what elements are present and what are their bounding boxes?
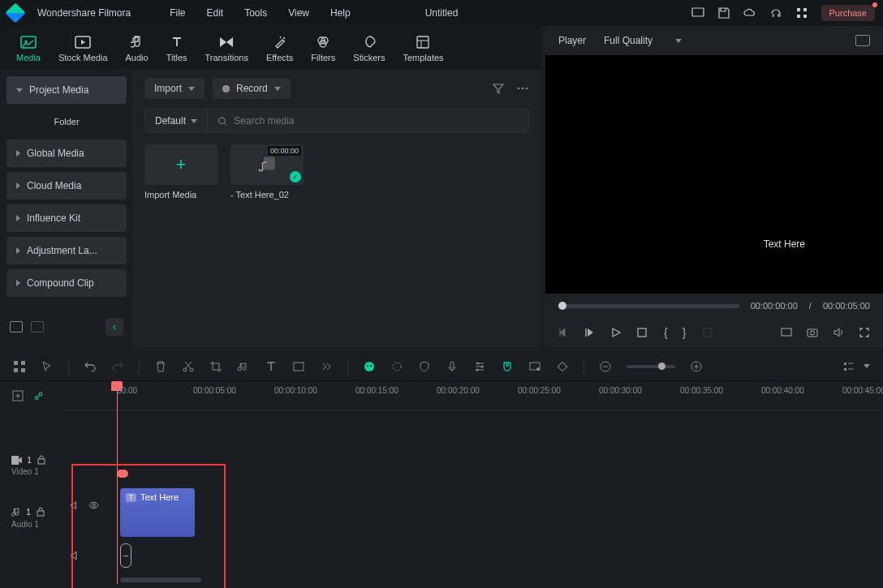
mark-in-icon[interactable]: { bbox=[664, 326, 668, 339]
search-row: Default bbox=[144, 109, 529, 133]
tab-transitions[interactable]: Transitions bbox=[202, 32, 252, 65]
ruler-mark: 00:00:40:00 bbox=[761, 386, 804, 395]
sidebar-influence-kit[interactable]: Influence Kit bbox=[6, 204, 127, 232]
camera-icon[interactable] bbox=[807, 327, 818, 338]
rect-tool-icon[interactable] bbox=[292, 360, 305, 373]
menu-edit[interactable]: Edit bbox=[207, 7, 224, 19]
headphones-icon[interactable] bbox=[769, 6, 782, 19]
svg-point-40 bbox=[476, 368, 479, 371]
display-icon[interactable] bbox=[691, 6, 704, 19]
tab-stickers[interactable]: Stickers bbox=[350, 32, 388, 65]
undo-icon[interactable] bbox=[84, 360, 97, 373]
shield-icon[interactable] bbox=[418, 360, 431, 373]
sidebar-global-media[interactable]: Global Media bbox=[6, 139, 127, 167]
svg-point-38 bbox=[477, 362, 480, 364]
sidebar-project-media[interactable]: Project Media bbox=[6, 76, 127, 104]
tracks-area[interactable]: TText Here bbox=[65, 410, 883, 573]
tab-audio[interactable]: Audio bbox=[123, 32, 152, 65]
more-icon[interactable] bbox=[516, 82, 529, 95]
folder-icon[interactable] bbox=[31, 321, 44, 333]
grid-icon[interactable] bbox=[13, 360, 26, 373]
crop-icon[interactable] bbox=[702, 327, 713, 338]
save-icon[interactable] bbox=[717, 6, 730, 19]
svg-rect-29 bbox=[21, 368, 25, 372]
cursor-icon[interactable] bbox=[41, 360, 54, 373]
volume-icon[interactable] bbox=[833, 327, 844, 338]
import-media-button[interactable]: + Import Media bbox=[144, 144, 218, 200]
sidebar-compound-clip[interactable]: Compound Clip bbox=[6, 269, 127, 297]
svg-point-35 bbox=[370, 365, 372, 367]
tab-titles[interactable]: Titles bbox=[163, 32, 191, 65]
display-icon[interactable] bbox=[781, 327, 792, 338]
fullscreen-icon[interactable] bbox=[859, 327, 870, 338]
link-icon[interactable]: ⚯ bbox=[31, 388, 47, 404]
keyframe-icon[interactable] bbox=[556, 360, 569, 373]
sort-dropdown[interactable]: Default bbox=[145, 109, 208, 132]
view-options-icon[interactable] bbox=[842, 360, 855, 373]
player-progress: 00:00:00:00 / 00:00:05:00 bbox=[545, 294, 883, 318]
text-tool-icon[interactable] bbox=[265, 360, 278, 373]
mark-out-icon[interactable]: } bbox=[683, 326, 687, 339]
collapse-sidebar-button[interactable]: ‹ bbox=[106, 318, 123, 336]
play-prev-icon[interactable] bbox=[584, 327, 596, 338]
audio-clip[interactable] bbox=[120, 543, 131, 568]
sidebar-adjustment-layer[interactable]: Adjustment La... bbox=[6, 237, 127, 264]
sidebar-cloud-media[interactable]: Cloud Media bbox=[6, 172, 127, 200]
zoom-out-icon[interactable] bbox=[599, 360, 612, 373]
delete-icon[interactable] bbox=[154, 360, 167, 373]
menu-view[interactable]: View bbox=[288, 7, 309, 19]
audio-track-header[interactable]: 1 Audio 1 bbox=[0, 493, 65, 542]
zoom-in-icon[interactable] bbox=[690, 360, 703, 373]
tab-filters[interactable]: Filters bbox=[308, 32, 338, 65]
lock-icon[interactable] bbox=[37, 455, 46, 465]
loading-icon[interactable] bbox=[390, 360, 403, 373]
play-icon[interactable] bbox=[610, 327, 622, 338]
preview-area[interactable]: Text Here bbox=[545, 55, 883, 294]
tab-templates[interactable]: Templates bbox=[399, 32, 446, 65]
timeline-scrollbar[interactable] bbox=[120, 577, 201, 582]
tab-media[interactable]: Media bbox=[13, 32, 44, 65]
add-track-icon[interactable] bbox=[11, 389, 24, 402]
timeline-ruler[interactable]: 00:00 00:00:05:00 00:00:10:00 00:00:15:0… bbox=[65, 381, 883, 410]
svg-rect-58 bbox=[37, 511, 44, 516]
mic-icon[interactable] bbox=[446, 360, 459, 373]
marker-icon[interactable] bbox=[528, 360, 541, 373]
cut-icon[interactable] bbox=[182, 360, 195, 373]
sidebar-folder[interactable]: Folder bbox=[6, 109, 127, 135]
media-clip-item[interactable]: 00:00:00 ✓ - Text Here_02 bbox=[230, 144, 304, 200]
progress-thumb[interactable] bbox=[558, 302, 566, 310]
stop-icon[interactable] bbox=[636, 327, 648, 338]
redo-icon[interactable] bbox=[111, 360, 124, 373]
magnet-icon[interactable] bbox=[501, 360, 514, 373]
lock-icon[interactable] bbox=[36, 507, 45, 517]
import-dropdown[interactable]: Import bbox=[144, 78, 205, 99]
video-track-header[interactable]: 1 Video 1 bbox=[0, 441, 65, 490]
more-tools-icon[interactable] bbox=[320, 360, 333, 373]
purchase-button[interactable]: Purchase bbox=[821, 5, 875, 21]
visibility-icon[interactable] bbox=[88, 500, 99, 511]
new-folder-icon[interactable] bbox=[10, 321, 23, 333]
tab-stock-media[interactable]: Stock Media bbox=[55, 32, 111, 65]
cloud-icon[interactable] bbox=[743, 6, 756, 19]
apps-icon[interactable] bbox=[795, 6, 808, 19]
quality-dropdown[interactable]: Full Quality bbox=[604, 35, 682, 46]
mute-icon[interactable] bbox=[70, 550, 81, 561]
prev-frame-icon[interactable] bbox=[558, 327, 570, 338]
tab-effects[interactable]: Effects bbox=[263, 32, 296, 65]
menu-help[interactable]: Help bbox=[330, 7, 351, 19]
plus-icon: + bbox=[176, 154, 187, 175]
zoom-slider[interactable] bbox=[627, 365, 675, 368]
search-input[interactable] bbox=[234, 115, 519, 127]
menu-tools[interactable]: Tools bbox=[244, 7, 267, 19]
ai-icon[interactable] bbox=[363, 360, 376, 373]
crop-tool-icon[interactable] bbox=[209, 360, 222, 373]
progress-track[interactable] bbox=[558, 304, 739, 308]
video-clip[interactable]: TText Here bbox=[120, 488, 195, 537]
filter-icon[interactable] bbox=[492, 82, 505, 95]
music-tool-icon[interactable] bbox=[237, 360, 250, 373]
adjust-icon[interactable] bbox=[473, 360, 486, 373]
mute-icon[interactable] bbox=[70, 500, 80, 511]
record-dropdown[interactable]: Record bbox=[213, 78, 291, 99]
menu-file[interactable]: File bbox=[170, 7, 185, 19]
snapshot-icon[interactable] bbox=[855, 35, 870, 46]
